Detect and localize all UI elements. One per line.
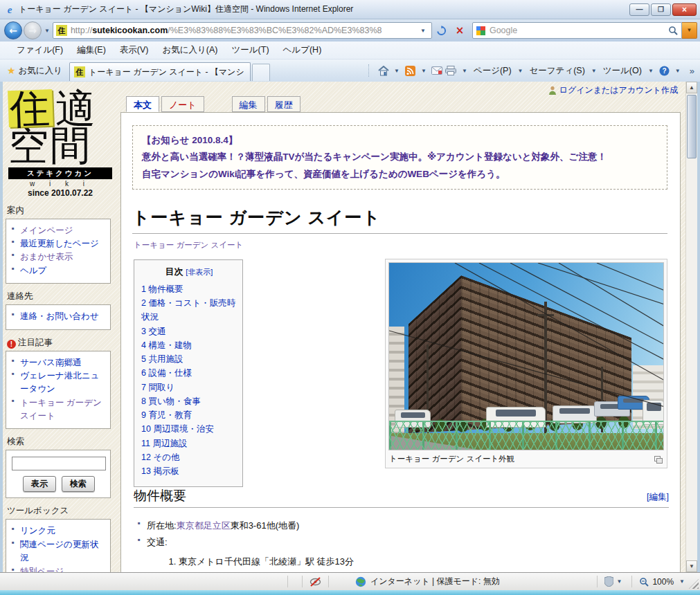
toc-link[interactable]: 5 共用施設 (141, 354, 183, 364)
menu-help[interactable]: ヘルプ(H) (276, 42, 329, 59)
zoom-level[interactable]: 100% (652, 577, 674, 587)
toc-item[interactable]: 5 共用施設 (141, 352, 237, 366)
menu-file[interactable]: ファイル(F) (10, 42, 70, 59)
favorites-star-icon[interactable]: ★ (7, 65, 16, 76)
sidebar-item-recent[interactable]: 最近更新したページ (12, 237, 106, 250)
toc-item[interactable]: 10 周辺環境・治安 (141, 422, 237, 436)
tab-article[interactable]: 本文 (126, 96, 159, 112)
sidebar-link[interactable]: おまかせ表示 (20, 252, 73, 262)
address-district-link[interactable]: 東京都足立区 (177, 520, 231, 531)
sidebar-link[interactable]: 関連ページの更新状況 (20, 540, 98, 562)
page-menu[interactable]: ページ(P) (472, 65, 513, 77)
title-bar[interactable]: e トーキョー ガーデン スイート - 【マンションWiki】住適空間 - Wi… (0, 0, 700, 19)
breadcrumb-link[interactable]: トーキョー ガーデン スイート (134, 241, 243, 249)
read-mail-button[interactable] (431, 65, 443, 76)
close-button[interactable]: × (672, 3, 697, 16)
back-button[interactable]: ← (4, 21, 22, 39)
toc-item[interactable]: 4 構造・建物 (141, 338, 237, 352)
sidebar-link[interactable]: メインページ (20, 226, 73, 235)
toc-link[interactable]: 1 物件概要 (141, 284, 183, 294)
resize-grip[interactable] (689, 579, 699, 589)
print-button[interactable] (445, 65, 457, 76)
site-logo[interactable]: 住 適 空 間 ステキクウカン w i k i since 2010.07.22 (6, 84, 116, 198)
toc-hide-link[interactable]: [非表示] (186, 268, 213, 276)
zoom-dropdown-icon[interactable]: ▼ (676, 578, 688, 585)
sidebar-item-contact[interactable]: 連絡・お問い合わせ (12, 310, 106, 323)
toc-link[interactable]: 13 掲示板 (141, 466, 179, 476)
sidebar-link[interactable]: ヘルプ (20, 266, 46, 275)
tools-dropdown-icon[interactable]: ▼ (645, 68, 656, 74)
tools-menu[interactable]: ツール(O) (602, 65, 643, 77)
sidebar-link[interactable]: リンク元 (20, 526, 55, 536)
sidebar-item-featured-3[interactable]: トーキョー ガーデン スイート (12, 396, 106, 423)
enlarge-icon[interactable] (654, 456, 663, 464)
sidebar-item-whatlinkshere[interactable]: リンク元 (12, 524, 106, 538)
maximize-button[interactable]: ❐ (651, 3, 671, 16)
toc-item[interactable]: 9 育児・教育 (141, 408, 237, 422)
toc-item[interactable]: 8 買い物・食事 (141, 394, 237, 408)
toc-link[interactable]: 11 周辺施設 (141, 439, 187, 448)
menu-favorites[interactable]: お気に入り(A) (155, 42, 224, 59)
home-dropdown-icon[interactable]: ▼ (391, 68, 402, 74)
minimize-button[interactable]: — (629, 3, 649, 16)
tab-talk[interactable]: ノート (161, 96, 204, 112)
sidebar-link[interactable]: トーキョー ガーデン スイート (20, 398, 102, 421)
search-provider-dropdown[interactable]: ▼ (682, 22, 697, 39)
history-dropdown-icon[interactable]: ▼ (42, 28, 53, 34)
sidebar-link[interactable]: 最近更新したページ (20, 239, 99, 248)
search-magnifier-icon[interactable] (668, 26, 678, 35)
page-dropdown-icon[interactable]: ▼ (515, 68, 526, 74)
menu-edit[interactable]: 編集(E) (70, 42, 113, 59)
login-link[interactable]: ログインまたはアカウント作成 (559, 84, 678, 96)
tab-edit[interactable]: 編集 (232, 96, 265, 112)
feeds-dropdown-icon[interactable]: ▼ (418, 68, 429, 74)
toc-item[interactable]: 13 掲示板 (141, 464, 237, 478)
toc-link[interactable]: 9 育児・教育 (141, 410, 192, 420)
sidebar-link[interactable]: 連絡・お問い合わせ (20, 311, 99, 321)
url-text[interactable]: http://sutekicookan.com/%E3%83%88%E3%83%… (71, 26, 418, 35)
toc-link[interactable]: 3 交通 (141, 327, 165, 336)
toc-item[interactable]: 11 周辺施設 (141, 437, 237, 450)
edit-link[interactable]: [編集] (647, 492, 669, 502)
toc-link[interactable]: 12 その他 (141, 452, 179, 462)
toc-item[interactable]: 6 設備・仕様 (141, 366, 237, 380)
shield-dropdown-icon[interactable]: ▼ (613, 578, 625, 585)
sidebar-item-mainpage[interactable]: メインページ (12, 224, 106, 237)
new-tab-button[interactable] (252, 64, 270, 81)
help-dropdown-icon[interactable]: ▼ (672, 68, 683, 74)
toc-link[interactable]: 8 買い物・食事 (141, 396, 201, 406)
toc-item[interactable]: 1 物件概要 (141, 282, 237, 296)
building-photo[interactable] (388, 262, 664, 450)
sidebar-link[interactable]: サーバス南郷通 (20, 358, 81, 367)
security-zone[interactable]: インターネット | 保護モード: 無効 (355, 576, 500, 587)
toc-item[interactable]: 12 その他 (141, 450, 237, 464)
sidebar-item-relatedchanges[interactable]: 関連ページの更新状況 (12, 538, 106, 565)
sidebar-search-input[interactable] (12, 457, 106, 470)
forward-button[interactable]: → (24, 21, 42, 39)
menu-view[interactable]: 表示(V) (113, 42, 156, 59)
toc-link[interactable]: 7 間取り (141, 383, 174, 392)
toc-link[interactable]: 10 周辺環境・治安 (141, 424, 214, 434)
favorites-button[interactable]: お気に入り (19, 65, 62, 77)
protection-shield-icon[interactable] (604, 576, 613, 587)
sidebar-item-specialpages[interactable]: 特別ページ (12, 565, 106, 572)
address-bar[interactable]: 住 http://sutekicookan.com/%E3%83%88%E3%8… (53, 22, 432, 39)
toc-link[interactable]: 6 設備・仕様 (141, 368, 192, 378)
safety-dropdown-icon[interactable]: ▼ (589, 68, 600, 74)
print-dropdown-icon[interactable]: ▼ (459, 68, 470, 74)
tab-history[interactable]: 履歴 (267, 96, 300, 112)
more-commands-chevron[interactable]: » (685, 66, 697, 76)
safety-menu[interactable]: セーフティ(S) (528, 65, 586, 77)
toc-link[interactable]: 4 構造・建物 (141, 340, 192, 350)
vertical-scrollbar[interactable]: ▲ ▼ (685, 82, 697, 572)
sidebar-item-featured-1[interactable]: サーバス南郷通 (12, 356, 106, 369)
sidebar-link[interactable]: 特別ページ (20, 567, 64, 572)
go-button[interactable]: 表示 (23, 476, 56, 492)
scrollbar-thumb[interactable] (687, 95, 697, 158)
toc-item[interactable]: 7 間取り (141, 381, 237, 394)
help-button[interactable]: ? (658, 65, 670, 76)
home-button[interactable] (377, 65, 389, 76)
feeds-button[interactable] (404, 65, 416, 76)
search-button[interactable]: 検索 (62, 476, 95, 492)
sidebar-item-random[interactable]: おまかせ表示 (12, 250, 106, 264)
